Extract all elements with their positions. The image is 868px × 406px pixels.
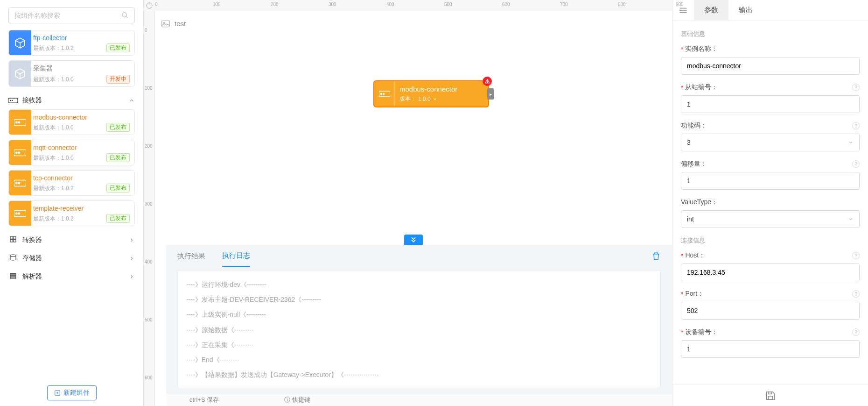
svg-rect-39: [768, 396, 772, 399]
svg-rect-23: [10, 275, 16, 277]
canvas-node-modbus[interactable]: modbus-connector 版本：1.0.0 ⚠ ▸: [373, 80, 489, 107]
tab-output[interactable]: 输出: [728, 0, 763, 20]
category-item[interactable]: 转换器: [5, 231, 139, 249]
svg-point-13: [18, 182, 20, 184]
receiver-cards: modbus-connector 最新版本：1.0.0 已发布 mqtt-con…: [5, 109, 139, 231]
node-output-port[interactable]: ▸: [487, 88, 494, 100]
port-input[interactable]: [681, 302, 860, 320]
help-icon[interactable]: ?: [852, 290, 860, 298]
status-badge: 已发布: [106, 184, 130, 192]
svg-rect-38: [768, 392, 771, 394]
panel-collapse-handle[interactable]: [404, 235, 423, 245]
offset-input[interactable]: [681, 172, 860, 190]
chevron-right-icon: [128, 237, 135, 243]
card-name: template-receiver: [33, 205, 130, 212]
cube-icon: [9, 30, 31, 55]
component-card[interactable]: ftp-collector 最新版本：1.0.2 已发布: [8, 30, 135, 56]
svg-line-1: [126, 16, 127, 18]
chevron-right-icon: [128, 273, 135, 280]
help-icon[interactable]: ?: [852, 252, 860, 259]
save-icon[interactable]: [765, 391, 776, 401]
chevron-down-icon: [848, 216, 854, 222]
receiver-icon: [9, 171, 31, 195]
status-shortcut: ⓘ 快捷键: [284, 396, 310, 404]
component-card[interactable]: tcp-connector 最新版本：1.0.2 已发布: [8, 170, 135, 196]
component-card[interactable]: mqtt-connector 最新版本：1.0.0 已发布: [8, 140, 135, 165]
category-item[interactable]: 存储器: [5, 249, 139, 267]
svg-rect-22: [10, 273, 16, 275]
category-icon: [8, 254, 22, 263]
right-panel: 参数 输出 基础信息 *实例名称： *从站编号：? 功能码：? 3 偏移量：?: [672, 0, 868, 406]
help-icon[interactable]: ?: [852, 122, 860, 129]
chevron-right-icon: [128, 255, 135, 262]
svg-point-10: [18, 152, 20, 153]
category-receiver[interactable]: 接收器: [5, 92, 139, 109]
status-badge: 已发布: [106, 214, 130, 223]
status-badge: 已发布: [106, 43, 130, 52]
image-icon: [161, 20, 170, 28]
cube-icon: [9, 61, 31, 86]
node-name: modbus-connector: [399, 85, 483, 93]
log-output: ----》运行环境-dev《-------------》发布主题-DEV-REC…: [177, 270, 661, 388]
component-search[interactable]: [8, 7, 135, 23]
chevron-down-icon: [128, 97, 135, 104]
ruler-horizontal: 0100200300400500600700800900: [144, 0, 672, 11]
device-no-input[interactable]: [681, 340, 860, 358]
host-input[interactable]: [681, 264, 860, 281]
svg-point-33: [380, 93, 382, 95]
category-item[interactable]: 解析器: [5, 267, 139, 285]
svg-point-9: [16, 152, 17, 153]
bottom-panel: 执行结果 执行日志 ----》运行环境-dev《-------------》发布…: [166, 245, 672, 393]
tab-log[interactable]: 执行日志: [222, 246, 250, 267]
component-card[interactable]: template-receiver 最新版本：1.0.2 已发布: [8, 200, 135, 226]
svg-point-7: [18, 121, 20, 123]
ruler-vertical: 0100200300400500600: [144, 11, 155, 406]
svg-rect-30: [162, 21, 170, 27]
svg-point-6: [16, 121, 17, 123]
component-card[interactable]: modbus-connector 最新版本：1.0.0 已发布: [8, 109, 135, 135]
instance-name-input[interactable]: [681, 57, 860, 75]
component-card[interactable]: 采集器 最新版本：1.0.0 开发中: [8, 60, 135, 87]
section-basic: 基础信息: [681, 30, 860, 38]
canvas[interactable]: test modbus-connector 版本：1.0.0 ⚠ ▸: [155, 11, 672, 406]
svg-point-34: [383, 93, 384, 95]
help-icon[interactable]: ?: [852, 84, 860, 91]
trash-icon[interactable]: [651, 251, 661, 261]
card-name: 采集器: [33, 64, 130, 73]
node-version[interactable]: 版本：1.0.0: [399, 95, 483, 103]
status-save: ctrl+S 保存: [189, 396, 219, 404]
search-input[interactable]: [14, 12, 121, 19]
status-bar: ctrl+S 保存 ⓘ 快捷键: [166, 393, 672, 406]
warning-icon: ⚠: [483, 77, 492, 86]
receiver-icon: [9, 201, 31, 226]
category-icon: [8, 235, 22, 244]
card-name: tcp-connector: [33, 174, 130, 182]
station-id-input[interactable]: [681, 95, 860, 113]
chevron-down-icon: [848, 140, 854, 145]
help-icon[interactable]: ?: [852, 160, 860, 168]
status-badge: 已发布: [106, 153, 130, 162]
chevron-down-icon: [433, 97, 437, 101]
compass-icon: [146, 2, 153, 9]
tab-result[interactable]: 执行结果: [177, 246, 205, 266]
card-name: mqtt-connector: [33, 144, 130, 151]
svg-rect-20: [14, 240, 16, 242]
svg-rect-19: [10, 240, 13, 242]
left-panel: ftp-collector 最新版本：1.0.2 已发布 采集器 最新版本：1.…: [0, 0, 144, 406]
status-badge: 已发布: [106, 123, 130, 132]
tab-params[interactable]: 参数: [694, 0, 728, 20]
node-icon: [374, 81, 395, 107]
svg-point-16: [18, 213, 20, 214]
help-icon[interactable]: ?: [852, 328, 860, 336]
valuetype-select[interactable]: int: [681, 210, 860, 228]
receiver-icon: [9, 140, 31, 165]
new-component-button[interactable]: 新建组件: [47, 385, 97, 400]
receiver-icon: [8, 97, 18, 104]
status-badge: 开发中: [106, 75, 130, 84]
svg-point-15: [16, 213, 17, 214]
svg-rect-18: [14, 236, 16, 239]
card-name: modbus-connector: [33, 114, 130, 121]
function-code-select[interactable]: 3: [681, 134, 860, 151]
svg-rect-17: [10, 236, 13, 239]
svg-point-12: [16, 182, 17, 184]
